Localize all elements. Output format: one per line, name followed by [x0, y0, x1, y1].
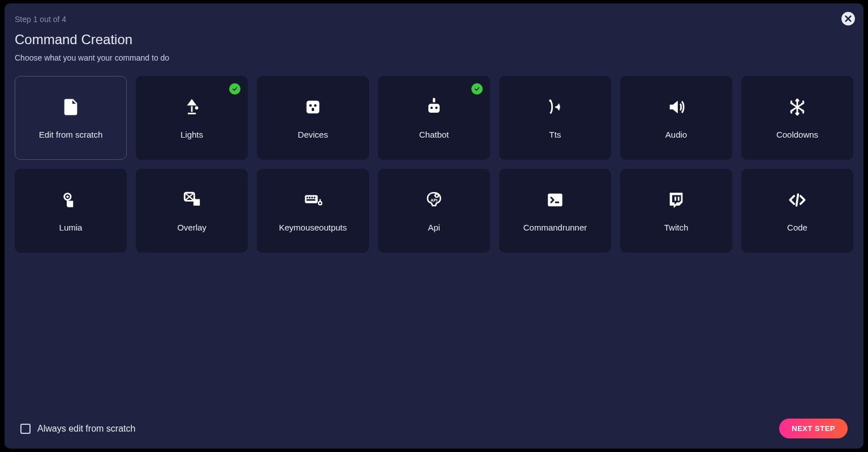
- option-card-robot[interactable]: Chatbot: [378, 76, 490, 160]
- lumia-icon: [61, 190, 81, 210]
- option-label: Edit from scratch: [39, 130, 103, 139]
- api-icon: [424, 190, 444, 210]
- option-label: Lights: [181, 130, 203, 139]
- option-card-twitch[interactable]: Twitch: [620, 169, 732, 253]
- voice-icon: [545, 97, 565, 117]
- twitch-icon: [666, 190, 686, 210]
- option-card-overlay[interactable]: Overlay: [136, 169, 248, 253]
- option-label: Audio: [665, 130, 687, 139]
- plug-icon: [303, 97, 323, 117]
- always-edit-checkbox[interactable]: Always edit from scratch: [20, 424, 135, 434]
- close-icon: [841, 11, 856, 26]
- option-card-plug[interactable]: Devices: [257, 76, 369, 160]
- option-card-lumia[interactable]: Lumia: [15, 169, 127, 253]
- option-label: Chatbot: [419, 130, 449, 139]
- snowflake-icon: [787, 97, 807, 117]
- close-button[interactable]: [841, 11, 856, 26]
- check-badge: [229, 83, 240, 95]
- option-card-keyboard[interactable]: Keymouseoutputs: [257, 169, 369, 253]
- modal-title: Command Creation: [15, 32, 853, 48]
- option-card-file[interactable]: Edit from scratch: [15, 76, 127, 160]
- option-label: Code: [787, 223, 807, 232]
- option-card-speaker[interactable]: Audio: [620, 76, 732, 160]
- option-label: Twitch: [664, 223, 689, 232]
- option-grid: Edit from scratchLightsDevicesChatbotTts…: [15, 76, 853, 253]
- option-label: Api: [428, 223, 440, 232]
- option-label: Cooldowns: [776, 130, 818, 139]
- checkbox-box: [20, 424, 31, 434]
- step-indicator: Step 1 out of 4: [15, 15, 853, 24]
- option-card-code[interactable]: Code: [741, 169, 853, 253]
- option-label: Overlay: [177, 223, 207, 232]
- check-icon: [231, 86, 238, 92]
- check-icon: [474, 86, 480, 92]
- speaker-icon: [666, 97, 686, 117]
- option-card-lamp[interactable]: Lights: [136, 76, 248, 160]
- next-step-button[interactable]: NEXT STEP: [779, 419, 848, 438]
- overlay-icon: [182, 190, 202, 210]
- option-label: Lumia: [59, 223, 83, 232]
- option-label: Tts: [549, 130, 561, 139]
- option-label: Commandrunner: [523, 223, 587, 232]
- option-card-voice[interactable]: Tts: [499, 76, 611, 160]
- modal-footer: Always edit from scratch NEXT STEP: [15, 415, 853, 438]
- code-icon: [787, 190, 807, 210]
- option-card-snowflake[interactable]: Cooldowns: [741, 76, 853, 160]
- modal-subtitle: Choose what you want your command to do: [15, 53, 853, 62]
- option-label: Keymouseoutputs: [279, 223, 347, 232]
- check-badge: [471, 83, 483, 95]
- terminal-icon: [545, 190, 565, 210]
- option-label: Devices: [298, 130, 328, 139]
- keyboard-icon: [303, 190, 323, 210]
- option-card-api[interactable]: Api: [378, 169, 490, 253]
- command-creation-modal: Step 1 out of 4 Command Creation Choose …: [5, 3, 863, 449]
- robot-icon: [424, 97, 444, 117]
- checkbox-label: Always edit from scratch: [37, 424, 135, 434]
- option-card-terminal[interactable]: Commandrunner: [499, 169, 611, 253]
- file-icon: [61, 97, 81, 117]
- lamp-icon: [182, 97, 202, 117]
